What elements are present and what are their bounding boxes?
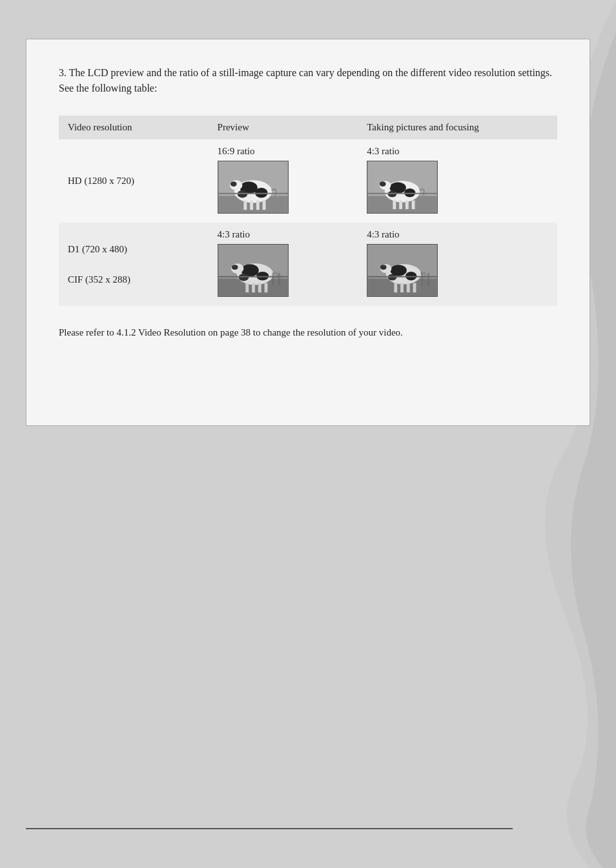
d1-preview-ratio: 4:3 ratio — [218, 229, 349, 240]
svg-rect-52 — [407, 283, 410, 293]
d1-resolution-label: D1 (720 x 480) — [68, 244, 200, 255]
d1-preview-cell: 4:3 ratio — [209, 223, 358, 306]
header-taking-pictures: Taking pictures and focusing — [358, 116, 557, 139]
resolution-table: Video resolution Preview Taking pictures… — [59, 116, 557, 306]
intro-paragraph: 3. The LCD preview and the ratio of a st… — [59, 65, 557, 96]
svg-rect-21 — [393, 200, 396, 209]
svg-rect-56 — [427, 273, 429, 286]
svg-rect-8 — [243, 200, 247, 210]
svg-rect-40 — [278, 273, 280, 286]
svg-rect-22 — [399, 200, 402, 209]
svg-rect-57 — [420, 276, 432, 278]
svg-rect-41 — [271, 276, 282, 278]
svg-rect-24 — [412, 200, 415, 209]
svg-rect-36 — [258, 283, 261, 293]
table-row-d1-cif: D1 (720 x 480) CIF (352 x 288) 4:3 ratio — [59, 223, 557, 306]
svg-rect-55 — [421, 273, 423, 286]
svg-rect-37 — [264, 283, 267, 293]
header-preview: Preview — [209, 116, 358, 139]
bottom-divider-line — [26, 828, 513, 829]
hd-preview-cow-image — [218, 161, 289, 214]
cif-resolution-label: CIF (352 x 288) — [68, 274, 200, 285]
header-video-resolution: Video resolution — [59, 116, 209, 139]
d1-taking-cell: 4:3 ratio — [358, 223, 557, 306]
note-paragraph: Please refer to 4.1.2 Video Resolution o… — [59, 325, 557, 340]
main-content-box: 3. The LCD preview and the ratio of a st… — [26, 39, 590, 426]
hd-taking-cow-image — [367, 161, 438, 214]
hd-resolution-label: HD (1280 x 720) — [59, 139, 209, 223]
svg-rect-12 — [218, 193, 287, 194]
svg-rect-53 — [413, 283, 416, 293]
svg-rect-25 — [368, 193, 437, 194]
svg-point-7 — [230, 181, 236, 187]
svg-rect-9 — [250, 200, 253, 210]
hd-preview-cell: 16:9 ratio — [209, 139, 358, 223]
svg-rect-11 — [262, 200, 265, 210]
hd-taking-ratio: 4:3 ratio — [367, 146, 548, 157]
svg-rect-50 — [395, 283, 398, 293]
hd-taking-cell: 4:3 ratio — [358, 139, 557, 223]
d1-cif-resolution-labels: D1 (720 x 480) CIF (352 x 288) — [59, 223, 209, 306]
d1-taking-ratio: 4:3 ratio — [367, 229, 548, 240]
svg-rect-39 — [272, 273, 274, 286]
svg-rect-51 — [400, 283, 404, 293]
svg-rect-10 — [256, 200, 259, 210]
svg-rect-23 — [406, 200, 409, 209]
d1-taking-cow-image — [367, 244, 438, 297]
d1-preview-cow-image — [218, 244, 289, 297]
table-header-row: Video resolution Preview Taking pictures… — [59, 116, 557, 139]
svg-point-49 — [380, 265, 387, 270]
svg-point-33 — [231, 265, 238, 270]
svg-point-20 — [380, 181, 386, 187]
table-row-hd: HD (1280 x 720) 16:9 ratio — [59, 139, 557, 223]
hd-preview-ratio: 16:9 ratio — [218, 146, 349, 157]
svg-rect-34 — [245, 283, 249, 293]
svg-rect-35 — [252, 283, 255, 293]
